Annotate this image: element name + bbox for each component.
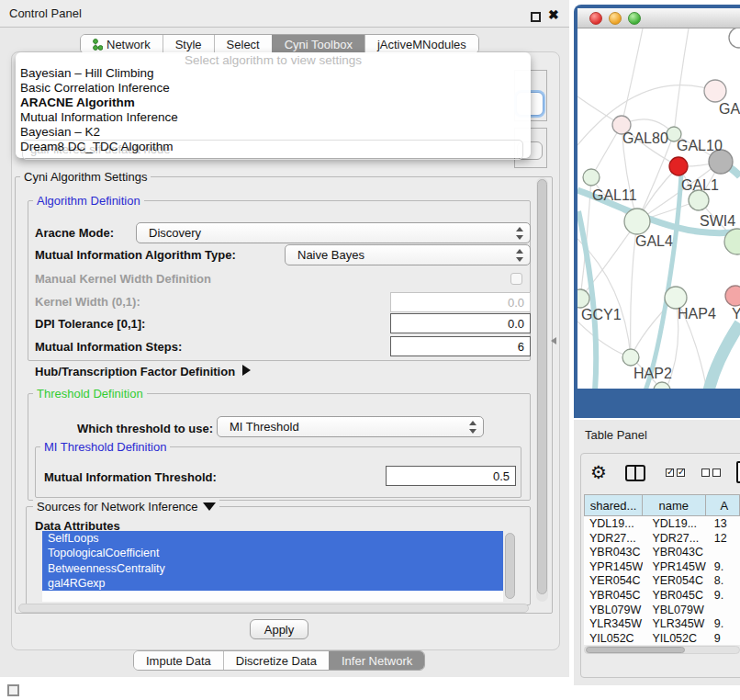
gear-icon[interactable]: ⚙ <box>590 461 607 483</box>
which-threshold-value: MI Threshold <box>230 420 299 434</box>
network-node[interactable] <box>577 289 589 308</box>
table-row[interactable]: YDL19...YDL19...13 <box>584 516 740 531</box>
tab-infer-network[interactable]: Infer Network <box>329 651 424 670</box>
network-node[interactable] <box>622 349 639 366</box>
table-cell: YBL079W <box>584 603 643 617</box>
settings-scrollbar[interactable] <box>536 177 548 602</box>
tab-impute-data[interactable]: Impute Data <box>134 651 223 670</box>
zoom-traffic-light-icon[interactable] <box>628 12 641 25</box>
algorithm-option[interactable]: Mutual Information Inference <box>20 110 526 125</box>
table-row[interactable]: YBR043CYBR043C <box>584 545 740 559</box>
network-edge[interactable] <box>577 322 631 357</box>
close-icon[interactable]: ✖ <box>548 7 559 22</box>
network-node[interactable] <box>704 80 726 102</box>
kernel-width-field[interactable]: 0.0 <box>390 292 531 312</box>
network-node[interactable] <box>624 209 650 234</box>
tab-network[interactable]: Network <box>81 35 163 53</box>
algorithm-option[interactable]: ARACNE Algorithm <box>20 96 526 110</box>
algorithm-dropdown-popup: galFiltered.sif default node Select algo… <box>16 52 531 158</box>
column-header[interactable]: name <box>643 494 705 516</box>
table-cell: 9 <box>707 631 740 645</box>
stepper-icon <box>515 227 523 240</box>
attribute-item[interactable]: BetweennessCentrality <box>42 561 503 576</box>
expand-arrow-icon <box>242 365 251 376</box>
attribute-item[interactable]: SelfLoops <box>42 531 503 546</box>
table-row[interactable]: YBR045CYBR045C9. <box>584 588 740 603</box>
tab-cyni-toolbox[interactable]: Cyni Toolbox <box>272 35 364 53</box>
close-traffic-light-icon[interactable] <box>589 12 602 25</box>
table-row[interactable]: YER054CYER054C8. <box>584 573 740 588</box>
tab-select[interactable]: Select <box>214 35 272 53</box>
which-threshold-select[interactable]: MI Threshold <box>217 416 484 437</box>
splitter-collapse-icon[interactable] <box>551 337 556 344</box>
scrollbar-thumb[interactable] <box>505 533 515 599</box>
select-all-rows-icon[interactable] <box>666 469 685 477</box>
attributes-scrollbar[interactable] <box>504 531 516 602</box>
network-edge[interactable] <box>674 28 689 134</box>
table-row[interactable]: YLR345WYLR345W9. <box>584 616 740 631</box>
table-row[interactable]: YPR145WYPR145W9. <box>584 559 740 574</box>
algorithm-option[interactable]: Dream8 DC_TDC Algorithm <box>20 140 526 154</box>
algorithm-option[interactable]: Basic Correlation Inference <box>20 81 526 96</box>
scrollbar-thumb[interactable] <box>586 647 685 653</box>
node-label: Y <box>732 306 740 322</box>
hub-definition-toggle[interactable]: Hub/Transcription Factor Definition <box>35 365 251 378</box>
tab-jactivemnodules[interactable]: jActiveMNodules <box>364 35 478 53</box>
attribute-item[interactable]: TopologicalCoefficient <box>42 546 503 560</box>
grid-corner-icon[interactable] <box>7 684 19 696</box>
apply-button[interactable]: Apply <box>250 619 308 639</box>
network-edge[interactable] <box>622 28 643 125</box>
network-node[interactable] <box>689 190 709 210</box>
network-node[interactable] <box>729 28 740 48</box>
network-node[interactable] <box>583 169 600 186</box>
network-node[interactable] <box>725 286 740 306</box>
network-edge[interactable] <box>709 323 740 389</box>
algorithm-option[interactable]: Bayesian – K2 <box>20 125 526 140</box>
column-header[interactable]: A <box>706 494 740 516</box>
panel-title: Control Panel <box>9 6 82 20</box>
tab-discretize-data[interactable]: Discretize Data <box>223 651 329 670</box>
scrollbar-thumb[interactable] <box>537 179 547 594</box>
node-table[interactable]: shared...nameA YDL19...YDL19...13YDR27..… <box>584 494 740 645</box>
mi-type-select[interactable]: Naive Bayes <box>285 244 531 265</box>
manual-kernel-checkbox[interactable] <box>510 273 522 285</box>
tab-label: Infer Network <box>342 654 412 668</box>
tab-label: Select <box>227 38 260 51</box>
table-cell: YBR043C <box>643 545 706 559</box>
node-label: GAL10 <box>677 138 723 153</box>
table-cell: 8. <box>707 573 740 588</box>
sources-toggle[interactable]: Sources for Network Inference <box>33 500 219 514</box>
data-attributes-list[interactable]: SelfLoopsTopologicalCoefficientBetweenne… <box>42 531 503 602</box>
aracne-mode-select[interactable]: Discovery <box>136 222 531 243</box>
attribute-item[interactable]: gal4RGexp <box>42 576 503 591</box>
table-panel-title: Table Panel <box>585 428 647 442</box>
mi-steps-field[interactable]: 6 <box>390 336 531 356</box>
column-header[interactable]: shared... <box>584 494 643 516</box>
table-row[interactable]: YDR27...YDR27...12 <box>584 531 740 546</box>
algorithm-option[interactable]: Bayesian – Hill Climbing <box>20 66 526 81</box>
mi-type-value: Naive Bayes <box>297 248 364 262</box>
table-cell: YLR345W <box>584 616 643 631</box>
minimize-traffic-light-icon[interactable] <box>609 12 622 25</box>
table-row[interactable]: YBL079WYBL079W <box>584 603 740 617</box>
top-tab-bar: NetworkStyleSelectCyni ToolboxjActiveMNo… <box>80 34 479 54</box>
float-window-icon[interactable] <box>531 12 541 22</box>
column-layout-icon[interactable] <box>625 465 645 481</box>
mi-threshold-field[interactable]: 0.5 <box>386 466 516 486</box>
tab-style[interactable]: Style <box>163 35 214 53</box>
network-window-titlebar[interactable] <box>577 8 740 28</box>
table-cell: YER054C <box>584 573 643 588</box>
dpi-tolerance-field[interactable]: 0.0 <box>390 313 531 333</box>
network-canvas[interactable]: GALGAL80GAL10GAL1GAL11GAL4SWI4GCY1HAP4YH… <box>577 28 740 389</box>
table-hscrollbar[interactable] <box>584 646 740 654</box>
document-icon[interactable] <box>736 461 740 483</box>
deselect-all-rows-icon[interactable] <box>701 469 721 477</box>
table-cell <box>707 603 740 617</box>
unchecked-checkbox-icon <box>701 469 710 477</box>
network-node[interactable] <box>669 157 688 175</box>
table-cell: 9. <box>707 559 740 574</box>
settings-hscrollbar[interactable] <box>18 604 529 613</box>
node-label: SWI4 <box>700 213 735 229</box>
table-row[interactable]: YIL052CYIL052C9 <box>584 631 740 645</box>
table-header-row: shared...nameA <box>584 494 740 516</box>
